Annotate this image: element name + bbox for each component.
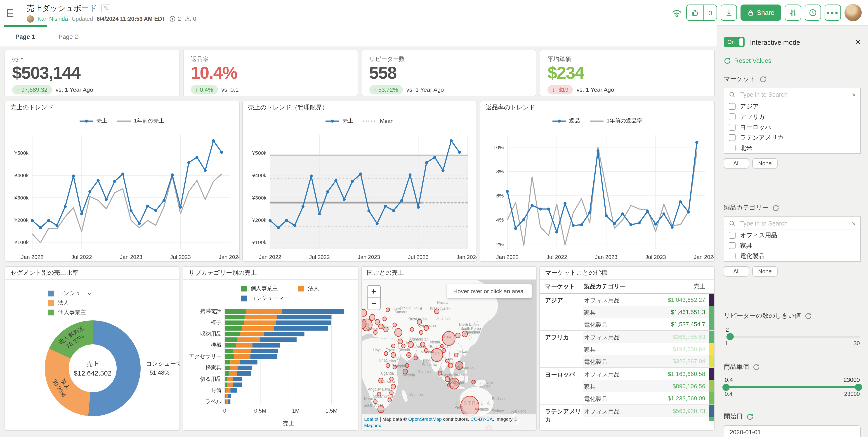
country-sales-bubble[interactable]: [390, 377, 393, 381]
country-sales-bubble[interactable]: [384, 351, 388, 355]
interactive-mode-toggle[interactable]: On: [724, 37, 745, 47]
download-button[interactable]: [721, 4, 737, 21]
user-avatar[interactable]: [844, 4, 862, 21]
like-button[interactable]: 0: [686, 4, 717, 21]
country-sales-bubble[interactable]: [442, 348, 445, 352]
country-sales-bubble[interactable]: [383, 327, 388, 332]
country-sales-bubble[interactable]: [377, 392, 381, 396]
country-sales-bubble[interactable]: [434, 309, 439, 314]
country-sales-bubble[interactable]: [405, 364, 409, 368]
tab-page-1[interactable]: Page 1: [4, 25, 47, 46]
legend-item[interactable]: Mean: [363, 117, 394, 125]
country-sales-bubble[interactable]: [442, 332, 455, 345]
zoom-out-button[interactable]: −: [367, 298, 380, 310]
edit-title-icon[interactable]: ✎: [101, 4, 111, 13]
filter-option[interactable]: 電化製品: [724, 251, 860, 261]
country-sales-bubble[interactable]: [377, 406, 384, 413]
country-sales-bubble[interactable]: [403, 369, 407, 374]
filter-option[interactable]: アフリカ: [724, 112, 860, 122]
clear-search-icon[interactable]: ×: [852, 219, 856, 227]
country-sales-bubble[interactable]: [424, 325, 428, 330]
price-slider-track[interactable]: [725, 386, 860, 388]
filter-option[interactable]: 家具: [724, 241, 860, 251]
sales-trend-chart[interactable]: ¥100k¥200k¥300k¥400k¥500kJan 2022Jul 202…: [5, 114, 239, 262]
more-options-button[interactable]: ●●●: [825, 4, 841, 21]
country-sales-bubble[interactable]: [362, 319, 372, 331]
attribution-link[interactable]: Mapbox: [364, 423, 381, 428]
country-sales-bubble[interactable]: [375, 319, 379, 324]
legend-item[interactable]: コンシューマー: [241, 294, 289, 302]
close-icon[interactable]: ×: [856, 37, 861, 46]
legend-item[interactable]: 個人事業主: [49, 308, 98, 317]
country-sales-bubble[interactable]: [393, 365, 396, 369]
tab-page-2[interactable]: Page 2: [47, 25, 90, 46]
country-sales-bubble[interactable]: [460, 396, 479, 416]
table-row[interactable]: アジアオフィス用品$1,043,652.27: [540, 294, 715, 306]
country-sales-bubble[interactable]: [440, 344, 443, 347]
country-sales-map[interactable]: RussiaYekaterinburgKrasnoyarskMoscowSama…: [362, 280, 536, 430]
country-sales-bubble[interactable]: [408, 341, 413, 347]
country-sales-bubble[interactable]: [378, 324, 383, 329]
table-row[interactable]: 電化製品$1,537,454.7: [540, 318, 715, 330]
country-sales-bubble[interactable]: [391, 352, 395, 357]
legend-item[interactable]: 売上: [80, 117, 107, 125]
filter-option[interactable]: オフィス用品: [724, 230, 860, 241]
thumbs-up-icon[interactable]: [687, 5, 704, 20]
subcategory-bar-chart[interactable]: 00.5M1M1.5M携帯電話椅子収納用品機械アクセサリー軽家具切る用品封筒ラベ…: [183, 308, 358, 418]
country-sales-bubble[interactable]: [414, 356, 417, 360]
select-none-button[interactable]: None: [752, 158, 778, 168]
legend-item[interactable]: 1年前の売上: [117, 117, 164, 125]
clear-search-icon[interactable]: ×: [852, 91, 856, 98]
zoom-in-button[interactable]: +: [367, 286, 380, 298]
legend-item[interactable]: 法人: [49, 298, 98, 308]
slider-handle-low[interactable]: [722, 383, 730, 391]
country-sales-bubble[interactable]: [398, 339, 402, 344]
filter-search-input[interactable]: [739, 91, 848, 98]
country-sales-bubble[interactable]: [431, 348, 442, 362]
filter-option[interactable]: ラテンアメリカ: [724, 132, 860, 143]
country-sales-bubble[interactable]: [385, 308, 389, 312]
sales-control-chart[interactable]: ¥100k¥200k¥300k¥400k¥500kJan 2022Jul 202…: [243, 114, 476, 262]
attribution-link[interactable]: OpenStreetMap: [408, 416, 442, 422]
country-sales-bubble[interactable]: [406, 352, 411, 357]
country-sales-bubble[interactable]: [471, 380, 475, 384]
country-sales-bubble[interactable]: [445, 359, 449, 363]
country-sales-bubble[interactable]: [362, 309, 366, 316]
table-row[interactable]: ヨーロッパオフィス用品$1,163,660.58: [540, 367, 715, 380]
legend-item[interactable]: 返品: [552, 117, 580, 125]
select-all-button[interactable]: All: [724, 266, 749, 277]
share-button[interactable]: Share: [741, 4, 781, 21]
country-sales-bubble[interactable]: [454, 353, 458, 357]
threshold-slider-track[interactable]: [725, 336, 860, 338]
country-sales-bubble[interactable]: [390, 391, 393, 395]
country-sales-bubble[interactable]: [378, 378, 383, 383]
country-sales-bubble[interactable]: [395, 328, 402, 337]
country-sales-bubble[interactable]: [420, 342, 425, 347]
country-sales-bubble[interactable]: [369, 314, 375, 320]
country-sales-bubble[interactable]: [424, 348, 428, 352]
like-count[interactable]: 0: [704, 5, 717, 20]
country-sales-bubble[interactable]: [456, 362, 463, 370]
attribution-link[interactable]: CC-BY-SA: [470, 416, 493, 422]
start-date-input[interactable]: [724, 425, 861, 437]
legend-item[interactable]: 法人: [299, 284, 319, 292]
filter-option[interactable]: アジア: [724, 101, 860, 112]
table-row[interactable]: 家具$1,461,551.3: [540, 306, 715, 318]
table-row[interactable]: 家具$194,650.64: [540, 343, 715, 355]
app-logo[interactable]: E: [0, 5, 20, 21]
table-row[interactable]: 電化製品$1,233,569.09: [540, 392, 715, 404]
reset-values-button[interactable]: Reset Values: [724, 57, 861, 64]
country-sales-bubble[interactable]: [388, 398, 391, 402]
country-sales-bubble[interactable]: [391, 344, 395, 348]
author-name[interactable]: Kan Nishida: [37, 15, 68, 22]
legend-item[interactable]: コンシューマー: [49, 289, 98, 298]
history-button[interactable]: [805, 4, 821, 21]
country-sales-bubble[interactable]: [391, 384, 395, 389]
select-none-button[interactable]: None: [752, 266, 778, 277]
table-row[interactable]: 電化製品$322,367.04: [540, 355, 715, 367]
legend-item[interactable]: 1年前の返品率: [590, 117, 642, 125]
filter-search-input[interactable]: [739, 219, 848, 227]
select-all-button[interactable]: All: [724, 158, 749, 168]
attribution-link[interactable]: Leaflet: [364, 416, 378, 422]
table-row[interactable]: 家具$890,106.56: [540, 380, 715, 392]
